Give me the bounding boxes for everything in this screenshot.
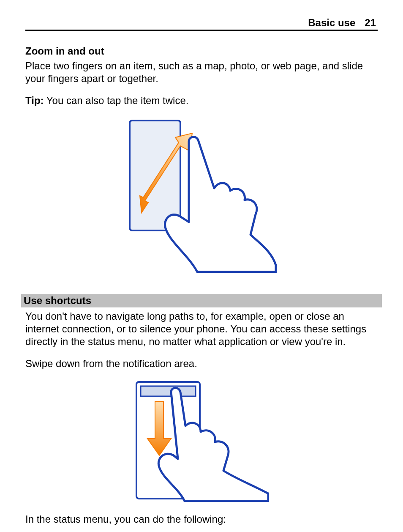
tip-text: You can also tap the item twice. (44, 95, 189, 106)
svg-rect-3 (141, 386, 196, 396)
manual-page: Basic use 21 Zoom in and out Place two f… (0, 0, 403, 532)
page-header: Basic use 21 (25, 17, 378, 31)
shortcuts-body: You don't have to navigate long paths to… (25, 310, 378, 348)
zoom-tip: Tip: You can also tap the item twice. (25, 94, 378, 107)
header-section-title: Basic use (308, 17, 355, 29)
swipe-down-illustration (134, 379, 269, 502)
pinch-zoom-illustration (125, 116, 278, 273)
zoom-body: Place two fingers on an item, such as a … (25, 60, 378, 85)
tip-label: Tip: (25, 95, 44, 106)
shortcuts-header: Use shortcuts (21, 294, 382, 307)
shortcuts-lead: In the status menu, you can do the follo… (25, 513, 378, 526)
shortcuts-swipe: Swipe down from the notification area. (25, 357, 378, 370)
zoom-title: Zoom in and out (25, 45, 378, 57)
header-page-number: 21 (365, 17, 376, 29)
